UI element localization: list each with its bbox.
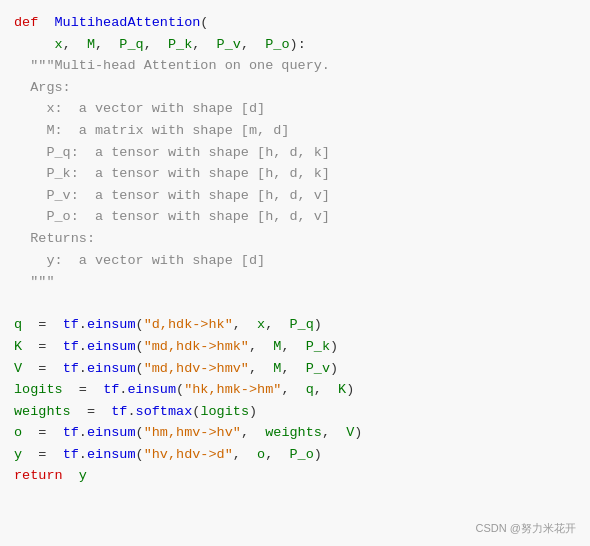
code-line-18: logits = tf.einsum("hk,hmk->hm", q, K) — [14, 379, 576, 401]
watermark: CSDN @努力米花开 — [476, 520, 576, 538]
code-line-20: o = tf.einsum("hm,hmv->hv", weights, V) — [14, 422, 576, 444]
code-line-19: weights = tf.softmax(logits) — [14, 401, 576, 423]
code-line-10: P_o: a tensor with shape [h, d, v] — [14, 206, 576, 228]
code-line-1: def MultiheadAttention( — [14, 12, 576, 34]
code-line-15: q = tf.einsum("d,hdk->hk", x, P_q) — [14, 314, 576, 336]
code-line-22: return y — [14, 465, 576, 487]
code-line-14 — [14, 293, 576, 315]
code-line-3: """Multi-head Attention on one query. — [14, 55, 576, 77]
code-container: def MultiheadAttention( x, M, P_q, P_k, … — [0, 0, 590, 546]
code-line-6: M: a matrix with shape [m, d] — [14, 120, 576, 142]
code-line-12: y: a vector with shape [d] — [14, 250, 576, 272]
code-line-16: K = tf.einsum("md,hdk->hmk", M, P_k) — [14, 336, 576, 358]
code-line-9: P_v: a tensor with shape [h, d, v] — [14, 185, 576, 207]
code-line-17: V = tf.einsum("md,hdv->hmv", M, P_v) — [14, 358, 576, 380]
code-line-21: y = tf.einsum("hv,hdv->d", o, P_o) — [14, 444, 576, 466]
code-line-11: Returns: — [14, 228, 576, 250]
code-line-4: Args: — [14, 77, 576, 99]
code-line-13: """ — [14, 271, 576, 293]
code-line-5: x: a vector with shape [d] — [14, 98, 576, 120]
code-line-8: P_k: a tensor with shape [h, d, k] — [14, 163, 576, 185]
code-line-2: x, M, P_q, P_k, P_v, P_o): — [14, 34, 576, 56]
code-line-7: P_q: a tensor with shape [h, d, k] — [14, 142, 576, 164]
